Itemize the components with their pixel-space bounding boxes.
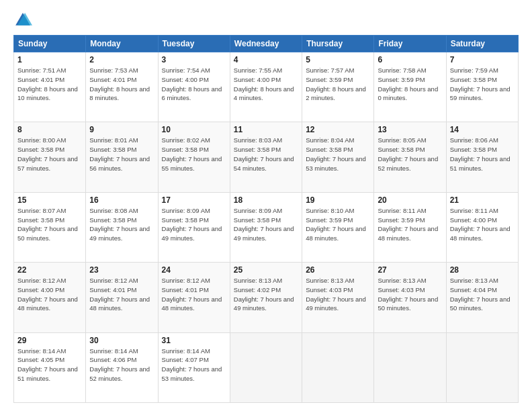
day-info: Sunrise: 8:01 AMSunset: 3:58 PMDaylight:…	[89, 136, 154, 173]
calendar-cell	[446, 332, 518, 402]
day-number: 13	[378, 125, 442, 134]
day-number: 21	[450, 195, 515, 205]
day-number: 26	[306, 265, 370, 275]
day-number: 1	[17, 55, 82, 64]
calendar-cell: 20Sunrise: 8:11 AMSunset: 3:59 PMDayligh…	[374, 192, 446, 262]
day-number: 30	[89, 336, 154, 345]
calendar-cell: 8Sunrise: 8:00 AMSunset: 3:58 PMDaylight…	[14, 122, 86, 192]
logo-icon	[13, 11, 32, 30]
calendar-cell: 3Sunrise: 7:54 AMSunset: 4:00 PMDaylight…	[158, 52, 230, 122]
calendar-cell: 9Sunrise: 8:01 AMSunset: 3:58 PMDaylight…	[86, 122, 158, 192]
calendar-body: 1Sunrise: 7:51 AMSunset: 4:01 PMDaylight…	[14, 52, 519, 403]
calendar-cell: 12Sunrise: 8:04 AMSunset: 3:58 PMDayligh…	[302, 122, 374, 192]
day-info: Sunrise: 8:14 AMSunset: 4:07 PMDaylight:…	[162, 347, 226, 383]
weekday-header-sunday: Sunday	[14, 36, 86, 52]
calendar-cell: 18Sunrise: 8:09 AMSunset: 3:58 PMDayligh…	[230, 192, 302, 262]
weekday-header-wednesday: Wednesday	[230, 36, 302, 52]
day-info: Sunrise: 8:09 AMSunset: 3:58 PMDaylight:…	[234, 206, 298, 243]
day-number: 10	[162, 125, 226, 134]
weekday-header-thursday: Thursday	[302, 36, 374, 52]
day-number: 15	[17, 195, 82, 205]
calendar-cell: 26Sunrise: 8:13 AMSunset: 4:03 PMDayligh…	[302, 263, 374, 332]
day-number: 14	[450, 125, 515, 134]
day-info: Sunrise: 8:07 AMSunset: 3:58 PMDaylight:…	[17, 206, 82, 243]
day-number: 28	[450, 265, 515, 275]
weekday-header-tuesday: Tuesday	[158, 36, 230, 52]
day-info: Sunrise: 8:02 AMSunset: 3:58 PMDaylight:…	[162, 136, 226, 173]
day-info: Sunrise: 8:06 AMSunset: 3:58 PMDaylight:…	[450, 136, 515, 173]
day-info: Sunrise: 7:54 AMSunset: 4:00 PMDaylight:…	[162, 66, 226, 103]
day-number: 3	[162, 55, 226, 64]
calendar-cell: 31Sunrise: 8:14 AMSunset: 4:07 PMDayligh…	[158, 332, 230, 402]
calendar-cell: 2Sunrise: 7:53 AMSunset: 4:01 PMDaylight…	[86, 52, 158, 122]
day-number: 27	[378, 265, 442, 275]
day-number: 7	[450, 55, 515, 64]
calendar-table: SundayMondayTuesdayWednesdayThursdayFrid…	[13, 35, 519, 403]
calendar-cell: 16Sunrise: 8:08 AMSunset: 3:58 PMDayligh…	[86, 192, 158, 262]
calendar-cell: 28Sunrise: 8:13 AMSunset: 4:04 PMDayligh…	[446, 263, 518, 332]
day-info: Sunrise: 8:04 AMSunset: 3:58 PMDaylight:…	[306, 136, 370, 173]
calendar-cell	[302, 332, 374, 402]
day-number: 16	[89, 195, 154, 205]
day-info: Sunrise: 8:00 AMSunset: 3:58 PMDaylight:…	[17, 136, 82, 173]
day-number: 8	[17, 125, 82, 134]
weekday-header-friday: Friday	[374, 36, 446, 52]
calendar-cell: 19Sunrise: 8:10 AMSunset: 3:59 PMDayligh…	[302, 192, 374, 262]
calendar-cell: 30Sunrise: 8:14 AMSunset: 4:06 PMDayligh…	[86, 332, 158, 402]
calendar-week-1: 8Sunrise: 8:00 AMSunset: 3:58 PMDaylight…	[14, 122, 519, 192]
weekday-header-saturday: Saturday	[446, 36, 518, 52]
calendar-cell: 14Sunrise: 8:06 AMSunset: 3:58 PMDayligh…	[446, 122, 518, 192]
calendar-cell: 5Sunrise: 7:57 AMSunset: 3:59 PMDaylight…	[302, 52, 374, 122]
day-info: Sunrise: 7:58 AMSunset: 3:59 PMDaylight:…	[378, 66, 442, 103]
calendar-cell	[374, 332, 446, 402]
day-info: Sunrise: 7:59 AMSunset: 3:58 PMDaylight:…	[450, 66, 515, 103]
day-number: 5	[306, 55, 370, 64]
day-info: Sunrise: 8:14 AMSunset: 4:05 PMDaylight:…	[17, 347, 82, 383]
day-info: Sunrise: 8:09 AMSunset: 3:58 PMDaylight:…	[162, 206, 226, 243]
calendar-cell: 22Sunrise: 8:12 AMSunset: 4:00 PMDayligh…	[14, 263, 86, 332]
calendar-cell: 29Sunrise: 8:14 AMSunset: 4:05 PMDayligh…	[14, 332, 86, 402]
calendar-cell: 24Sunrise: 8:12 AMSunset: 4:01 PMDayligh…	[158, 263, 230, 332]
day-info: Sunrise: 8:03 AMSunset: 3:58 PMDaylight:…	[234, 136, 298, 173]
day-number: 25	[234, 265, 298, 275]
logo	[13, 11, 35, 30]
header	[13, 11, 519, 30]
calendar-cell: 25Sunrise: 8:13 AMSunset: 4:02 PMDayligh…	[230, 263, 302, 332]
day-number: 19	[306, 195, 370, 205]
calendar-cell: 21Sunrise: 8:11 AMSunset: 4:00 PMDayligh…	[446, 192, 518, 262]
day-number: 9	[89, 125, 154, 134]
day-number: 22	[17, 265, 82, 275]
day-info: Sunrise: 8:13 AMSunset: 4:04 PMDaylight:…	[450, 276, 515, 313]
calendar-cell: 27Sunrise: 8:13 AMSunset: 4:03 PMDayligh…	[374, 263, 446, 332]
calendar-cell: 15Sunrise: 8:07 AMSunset: 3:58 PMDayligh…	[14, 192, 86, 262]
calendar-cell: 6Sunrise: 7:58 AMSunset: 3:59 PMDaylight…	[374, 52, 446, 122]
calendar-week-3: 22Sunrise: 8:12 AMSunset: 4:00 PMDayligh…	[14, 263, 519, 332]
calendar-cell	[230, 332, 302, 402]
weekday-row: SundayMondayTuesdayWednesdayThursdayFrid…	[14, 36, 519, 52]
calendar-week-0: 1Sunrise: 7:51 AMSunset: 4:01 PMDaylight…	[14, 52, 519, 122]
calendar-header: SundayMondayTuesdayWednesdayThursdayFrid…	[14, 36, 519, 52]
day-info: Sunrise: 8:13 AMSunset: 4:03 PMDaylight:…	[378, 276, 442, 313]
day-number: 20	[378, 195, 442, 205]
calendar-cell: 4Sunrise: 7:55 AMSunset: 4:00 PMDaylight…	[230, 52, 302, 122]
day-info: Sunrise: 8:14 AMSunset: 4:06 PMDaylight:…	[89, 347, 154, 383]
calendar-cell: 23Sunrise: 8:12 AMSunset: 4:01 PMDayligh…	[86, 263, 158, 332]
day-number: 29	[17, 336, 82, 345]
calendar-cell: 10Sunrise: 8:02 AMSunset: 3:58 PMDayligh…	[158, 122, 230, 192]
day-number: 6	[378, 55, 442, 64]
weekday-header-monday: Monday	[86, 36, 158, 52]
day-info: Sunrise: 8:12 AMSunset: 4:01 PMDaylight:…	[162, 276, 226, 313]
day-info: Sunrise: 8:11 AMSunset: 4:00 PMDaylight:…	[450, 206, 515, 243]
calendar-week-2: 15Sunrise: 8:07 AMSunset: 3:58 PMDayligh…	[14, 192, 519, 262]
page: SundayMondayTuesdayWednesdayThursdayFrid…	[0, 0, 532, 411]
day-info: Sunrise: 8:08 AMSunset: 3:58 PMDaylight:…	[89, 206, 154, 243]
calendar-cell: 11Sunrise: 8:03 AMSunset: 3:58 PMDayligh…	[230, 122, 302, 192]
day-number: 11	[234, 125, 298, 134]
day-number: 2	[89, 55, 154, 64]
day-number: 4	[234, 55, 298, 64]
calendar-week-4: 29Sunrise: 8:14 AMSunset: 4:05 PMDayligh…	[14, 332, 519, 402]
day-number: 24	[162, 265, 226, 275]
calendar-cell: 7Sunrise: 7:59 AMSunset: 3:58 PMDaylight…	[446, 52, 518, 122]
day-number: 12	[306, 125, 370, 134]
day-info: Sunrise: 7:57 AMSunset: 3:59 PMDaylight:…	[306, 66, 370, 103]
